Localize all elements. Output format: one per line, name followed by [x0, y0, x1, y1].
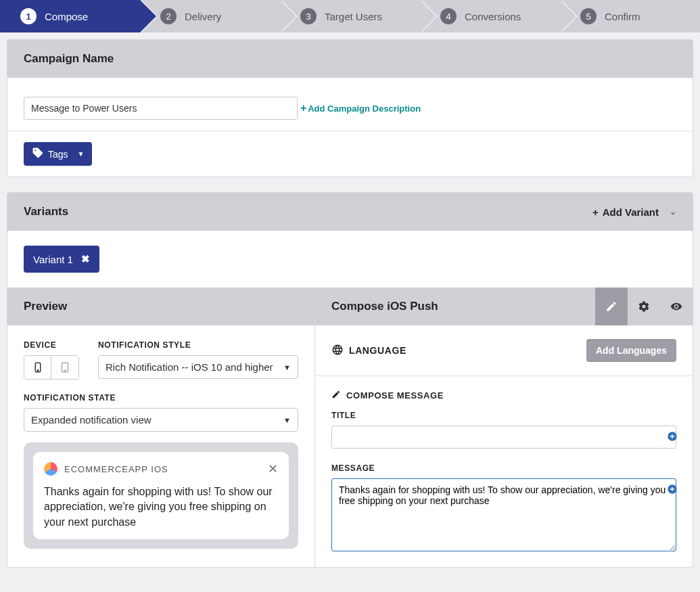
style-value: Rich Notification -- iOS 10 and higher — [106, 361, 273, 373]
svg-point-1 — [37, 370, 39, 371]
title-input[interactable] — [331, 426, 676, 449]
device-tablet-option[interactable] — [51, 356, 78, 379]
chevron-down-icon: ⌄ — [670, 207, 676, 217]
plus-icon: + — [300, 102, 306, 114]
wizard-stepper: 1 Compose 2 Delivery 3 Target Users 4 Co… — [0, 0, 700, 32]
close-icon[interactable]: ✖ — [81, 253, 90, 265]
step-label: Target Users — [325, 11, 382, 22]
tags-dropdown-button[interactable]: Tags ▼ — [24, 142, 92, 166]
notif-body-text: Thanks again for shopping with us! To sh… — [44, 484, 278, 530]
step-num: 3 — [300, 8, 317, 24]
campaign-card: Campaign Name + Add Campaign Description… — [7, 39, 693, 177]
chevron-down-icon: ▼ — [283, 416, 291, 424]
state-value: Expanded notification view — [31, 414, 151, 426]
compose-title: Compose iOS Push — [331, 300, 438, 313]
variants-card: Variants + Add Variant ⌄ Variant 1 ✖ — [7, 192, 693, 288]
state-label: NOTIFICATION STATE — [24, 393, 298, 403]
add-token-icon[interactable] — [667, 484, 678, 497]
step-conversions[interactable]: 4 Conversions — [420, 0, 560, 32]
step-label: Compose — [45, 11, 88, 22]
add-description-link[interactable]: + Add Campaign Description — [300, 102, 421, 114]
step-label: Conversions — [465, 11, 521, 22]
step-num: 4 — [440, 8, 457, 24]
campaign-name-input[interactable] — [24, 97, 298, 120]
chevron-down-icon: ▼ — [283, 363, 291, 371]
language-label: LANGUAGE — [349, 345, 406, 356]
notif-app-name: ECOMMERCEAPP IOS — [64, 464, 168, 474]
message-label: MESSAGE — [331, 463, 676, 473]
globe-icon — [331, 344, 344, 358]
preview-header: Preview — [7, 288, 314, 325]
variants-title: Variants — [24, 205, 68, 219]
notification-state-select[interactable]: Expanded notification view ▼ — [24, 408, 298, 432]
compose-column: Compose iOS Push — [315, 288, 693, 567]
step-label: Confirm — [605, 11, 640, 22]
add-variant-label: Add Variant — [603, 206, 659, 218]
message-textarea[interactable] — [331, 478, 676, 551]
variants-header: Variants + Add Variant ⌄ — [7, 193, 693, 231]
step-num: 5 — [580, 8, 597, 24]
campaign-header: Campaign Name — [7, 40, 693, 78]
add-token-icon[interactable] — [667, 431, 678, 445]
notification-style-select[interactable]: Rich Notification -- iOS 10 and higher ▼ — [98, 355, 298, 379]
preview-column: Preview DEVICE — [7, 288, 315, 567]
step-confirm[interactable]: 5 Confirm — [560, 0, 700, 32]
step-label: Delivery — [185, 11, 221, 22]
notification-preview: ECOMMERCEAPP IOS ✕ Thanks again for shop… — [24, 442, 298, 549]
device-phone-option[interactable] — [24, 356, 51, 379]
step-delivery[interactable]: 2 Delivery — [140, 0, 280, 32]
notification-card: ECOMMERCEAPP IOS ✕ Thanks again for shop… — [33, 452, 289, 539]
add-description-label: Add Campaign Description — [308, 104, 421, 114]
step-target-users[interactable]: 3 Target Users — [280, 0, 420, 32]
preview-tab[interactable] — [660, 288, 693, 325]
device-label: DEVICE — [24, 340, 79, 350]
compose-message-label: COMPOSE MESSAGE — [346, 390, 444, 401]
edit-tab[interactable] — [595, 288, 628, 325]
add-languages-button[interactable]: Add Languages — [586, 339, 676, 362]
title-label: TITLE — [331, 411, 676, 420]
device-toggle — [24, 355, 79, 380]
tag-icon — [32, 147, 44, 161]
settings-tab[interactable] — [628, 288, 660, 325]
plus-icon: + — [592, 206, 599, 218]
chevron-down-icon: ▼ — [78, 150, 85, 158]
compose-header: Compose iOS Push — [315, 288, 693, 325]
preview-title: Preview — [24, 300, 67, 313]
edit-icon — [331, 390, 341, 401]
step-num: 2 — [160, 8, 177, 24]
add-variant-button[interactable]: + Add Variant ⌄ — [592, 206, 676, 218]
tags-label: Tags — [48, 149, 68, 160]
app-icon — [44, 462, 57, 476]
variant-chip-label: Variant 1 — [33, 254, 73, 265]
style-label: NOTIFICATION STYLE — [98, 340, 298, 350]
step-compose[interactable]: 1 Compose — [0, 0, 140, 32]
close-icon[interactable]: ✕ — [268, 461, 278, 476]
svg-point-3 — [64, 370, 66, 371]
variant-chip[interactable]: Variant 1 ✖ — [24, 246, 99, 273]
step-num: 1 — [20, 8, 37, 24]
preview-compose-card: Preview DEVICE — [7, 288, 693, 568]
